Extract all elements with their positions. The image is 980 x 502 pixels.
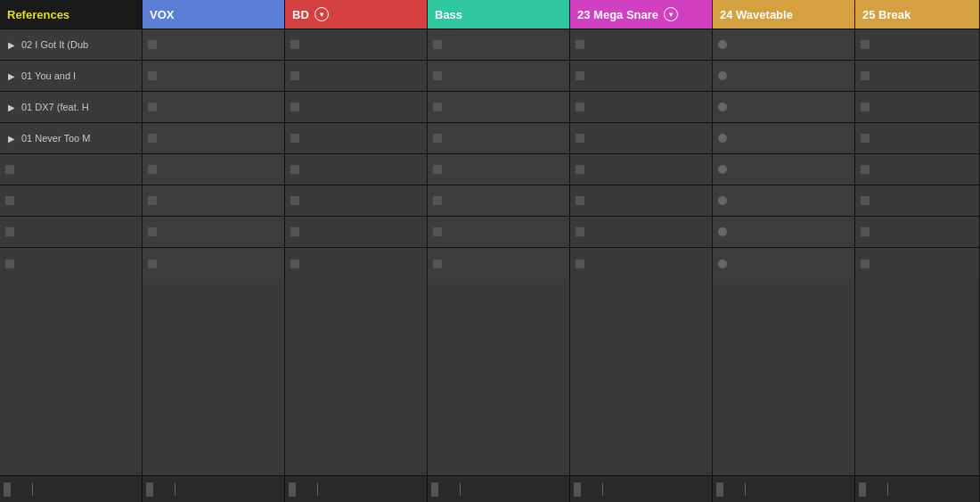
reference-text: 02 I Got It (Dub — [21, 39, 88, 50]
scroll-tick-wave — [745, 483, 746, 496]
empty-bass — [428, 279, 570, 475]
reference-text: 01 DX7 (feat. H — [21, 102, 89, 112]
square-icon — [433, 196, 442, 205]
play-button[interactable]: ▶ — [5, 38, 18, 51]
scrollbar-refs[interactable] — [0, 476, 143, 502]
circle-icon — [718, 259, 727, 268]
circle-icon — [718, 134, 727, 143]
cell-references — [0, 185, 143, 216]
circle-icon — [718, 196, 727, 205]
scroll-thumb-mega[interactable] — [574, 482, 581, 497]
scroll-thumb-break[interactable] — [859, 482, 866, 497]
square-icon — [433, 40, 442, 49]
scrollbar-mega[interactable] — [570, 476, 713, 502]
square-icon — [148, 103, 157, 111]
reference-text: 01 Never Too M — [21, 133, 90, 144]
square-icon — [576, 134, 584, 143]
cell-break — [855, 248, 980, 279]
square-icon — [861, 134, 870, 143]
square-icon — [148, 196, 157, 205]
cell-mega-snare — [570, 29, 713, 60]
cell-bd — [285, 29, 428, 60]
cell-vox — [143, 92, 285, 122]
header-mega-snare: 23 Mega Snare ▾ — [570, 0, 713, 29]
cell-bd — [285, 217, 428, 247]
cell-wavetable — [713, 123, 855, 153]
scroll-thumb-refs[interactable] — [4, 482, 11, 497]
play-button[interactable]: ▶ — [5, 132, 18, 144]
table-row: ▶02 I Got It (Dub — [0, 29, 980, 61]
mega-snare-dropdown-icon[interactable]: ▾ — [664, 7, 678, 21]
cell-wavetable — [713, 61, 855, 91]
cell-wavetable — [713, 154, 855, 185]
header-break: 25 Break — [855, 0, 980, 29]
cell-bass — [428, 248, 570, 279]
scroll-tick-mega — [602, 483, 603, 496]
cell-mega-snare — [570, 123, 713, 153]
play-button[interactable]: ▶ — [5, 70, 18, 82]
scroll-thumb-bd[interactable] — [289, 482, 296, 497]
circle-icon — [718, 103, 727, 111]
cell-bd — [285, 248, 428, 279]
scrollbar-wave[interactable] — [713, 476, 855, 502]
scrollbar-row — [0, 475, 980, 502]
cell-bass — [428, 185, 570, 216]
square-icon — [576, 40, 584, 49]
square-icon — [433, 103, 442, 111]
circle-icon — [718, 71, 727, 80]
square-icon — [576, 103, 584, 111]
circle-icon — [718, 227, 727, 236]
cell-bass — [428, 92, 570, 122]
cell-break — [855, 29, 980, 60]
empty-bd — [285, 279, 428, 475]
scroll-tick-refs — [32, 483, 33, 496]
square-icon — [148, 71, 157, 80]
cell-break — [855, 92, 980, 122]
cell-bd — [285, 123, 428, 153]
scrollbar-bass[interactable] — [428, 476, 570, 502]
header-mega-snare-label: 23 Mega Snare — [577, 8, 658, 21]
empty-refs — [0, 279, 143, 475]
square-icon — [576, 165, 584, 174]
cell-vox — [143, 217, 285, 247]
scroll-thumb-bass[interactable] — [431, 482, 438, 497]
square-icon — [290, 165, 299, 174]
table-row: ▶01 Never Too M — [0, 123, 980, 154]
square-icon — [433, 259, 442, 268]
empty-vox — [143, 279, 285, 475]
header-break-label: 25 Break — [862, 8, 911, 21]
header-bd: BD ▾ — [285, 0, 428, 29]
header-vox: VOX — [143, 0, 285, 29]
circle-icon — [718, 40, 727, 49]
cell-bass — [428, 61, 570, 91]
square-icon — [433, 134, 442, 143]
cell-break — [855, 123, 980, 153]
cell-break — [855, 185, 980, 216]
square-icon — [290, 196, 299, 205]
header-bass: Bass — [428, 0, 570, 29]
header-bass-label: Bass — [435, 8, 462, 21]
header-vox-label: VOX — [150, 8, 174, 21]
square-icon — [148, 259, 157, 268]
square-icon — [290, 259, 299, 268]
scroll-tick-vox — [175, 483, 176, 496]
square-icon — [576, 259, 584, 268]
cell-bass — [428, 217, 570, 247]
square-icon — [576, 196, 584, 205]
cell-wavetable — [713, 92, 855, 122]
circle-icon — [718, 165, 727, 174]
play-button[interactable]: ▶ — [5, 101, 18, 113]
bd-dropdown-icon[interactable]: ▾ — [314, 7, 329, 21]
scroll-thumb-wave[interactable] — [716, 482, 723, 497]
scrollbar-bd[interactable] — [285, 476, 428, 502]
cell-vox — [143, 185, 285, 216]
cell-mega-snare — [570, 217, 713, 247]
scrollbar-vox[interactable] — [143, 476, 285, 502]
cell-bd — [285, 185, 428, 216]
scrollbar-break[interactable] — [855, 476, 980, 502]
cell-vox — [143, 61, 285, 91]
cell-mega-snare — [570, 248, 713, 279]
square-icon — [148, 227, 157, 236]
square-icon — [861, 196, 870, 205]
scroll-thumb-vox[interactable] — [146, 482, 153, 497]
